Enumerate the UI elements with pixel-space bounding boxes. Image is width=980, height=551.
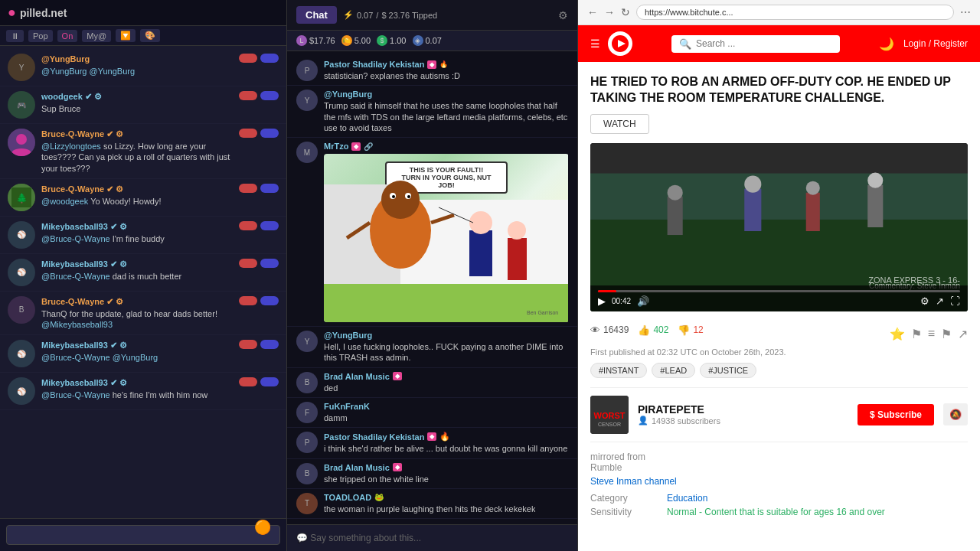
chat-text: @Bruce-Q-Wayne I'm fine buddy: [41, 233, 233, 244]
tag-instant[interactable]: #INSTANT: [590, 363, 647, 378]
category-label: Category: [590, 493, 667, 504]
steve-inman-link[interactable]: Steve Inman channel: [590, 476, 677, 487]
left-header: ● pilled.net: [0, 0, 286, 26]
dark-mode-toggle[interactable]: 🌙: [879, 37, 894, 51]
od-text: she tripped on the white line: [324, 474, 429, 484]
svg-rect-18: [508, 238, 527, 280]
chat-text: @Bruce-Q-Wayne he's fine I'm with him no…: [41, 390, 233, 400]
site-logo: ● pilled.net: [8, 5, 67, 21]
chat-tab[interactable]: Chat: [296, 6, 337, 24]
toggle-blue[interactable]: [260, 129, 279, 138]
settings-icon[interactable]: ⚙: [558, 9, 568, 21]
more-options-button[interactable]: ⋯: [960, 6, 971, 18]
list-item: M MrTzo ◆ 🔗 THIS IS YOUR FAULT!!TURN IN …: [287, 138, 577, 327]
avatar: Y: [8, 54, 35, 81]
avatar: ⚾: [8, 221, 35, 249]
login-register-button[interactable]: Login / Register: [903, 38, 968, 49]
list-button[interactable]: ≡: [928, 327, 935, 341]
on-button[interactable]: On: [57, 30, 78, 42]
reload-button[interactable]: ↻: [621, 6, 630, 18]
chat-input-area: 🟠: [0, 518, 286, 551]
toggle-red[interactable]: [239, 259, 257, 268]
my-button[interactable]: My@: [82, 30, 111, 42]
middle-header: Chat ⚡ 0.07 / $ 23.76 Tipped ⚙: [287, 0, 577, 31]
toggle-blue[interactable]: [260, 91, 279, 100]
say-something[interactable]: 💬 Say something about this...: [287, 524, 577, 551]
video-title: HE TRIED TO ROB AN ARMED OFF-DUTY COP. H…: [590, 74, 968, 106]
chat-text: @Lizzylongtoes so Lizzy. How long are yo…: [41, 141, 233, 174]
svg-point-9: [381, 181, 420, 219]
toggle-red[interactable]: [239, 184, 257, 193]
report-button[interactable]: ⚑: [941, 327, 952, 341]
star-button[interactable]: ⭐: [890, 327, 905, 341]
channel-row: WORST CENSOR PIRATEPETE 👤 14938 subscrib…: [590, 387, 968, 442]
toggle-red[interactable]: [239, 221, 257, 230]
od-username: @YungBurg: [324, 90, 568, 99]
svg-text:Ben Garrison: Ben Garrison: [527, 310, 558, 315]
fullscreen-button[interactable]: ⛶: [950, 295, 960, 307]
od-username: TOADLOAD 🐸: [324, 493, 535, 502]
volume-button[interactable]: 🔊: [637, 295, 649, 307]
sensitivity-value: Normal - Content that is suitable for ag…: [667, 507, 885, 517]
svg-point-30: [744, 175, 761, 192]
od-username: Pastor Shadilay Kekistan ◆ 🔥: [324, 432, 567, 442]
svg-rect-31: [806, 192, 820, 230]
od-text: ded: [324, 383, 402, 393]
toggle-red[interactable]: [239, 296, 257, 305]
chat-text: @YungBurg @YungBurg: [41, 66, 233, 77]
browser-bar: ← → ↻ ⋯: [578, 0, 980, 25]
toggle-blue[interactable]: [260, 259, 279, 268]
video-date: First published at 02:32 UTC on October …: [590, 347, 968, 357]
tag-lead[interactable]: #LEAD: [652, 363, 695, 378]
chat-text: ThanQ for the update, glad to hear dads …: [41, 308, 233, 331]
like-count[interactable]: 👍 402: [638, 324, 668, 336]
od-username: @YungBurg: [324, 331, 568, 340]
color-button[interactable]: 🎨: [140, 29, 160, 42]
tip-rate: 0.07: [357, 11, 373, 20]
channel-name: PIRATEPETE: [638, 403, 848, 416]
channel-avatar: WORST CENSOR: [590, 396, 629, 434]
flag-button[interactable]: ⚑: [911, 327, 922, 341]
progress-bar[interactable]: [598, 290, 960, 292]
dislike-count[interactable]: 👎 12: [678, 324, 703, 336]
left-chat-messages: Y @YungBurg @YungBurg @YungBurg 🎮 woodge…: [0, 46, 286, 518]
toggle-blue[interactable]: [260, 296, 279, 305]
svg-point-28: [668, 184, 683, 200]
emoji-button[interactable]: 🟠: [254, 519, 271, 536]
chat-input[interactable]: [6, 525, 280, 545]
forward-button[interactable]: →: [604, 6, 615, 18]
svg-point-13: [407, 195, 410, 198]
pause-button[interactable]: ⏸: [6, 30, 24, 42]
subscribe-button[interactable]: $ Subscribe: [858, 404, 934, 425]
toggle-red[interactable]: [239, 377, 257, 386]
toggle-blue[interactable]: [260, 54, 279, 63]
token-usd: ◈ 0.07: [413, 35, 442, 46]
notification-bell-button[interactable]: 🔕: [943, 403, 968, 425]
video-player[interactable]: ZONA EXPRESS 3 - 16- Commentary: Steve I…: [590, 143, 968, 311]
hamburger-menu[interactable]: ☰: [590, 37, 600, 50]
toggle-red[interactable]: [239, 91, 257, 100]
chat-username: @YungBurg: [41, 54, 90, 64]
play-pause-button[interactable]: ▶: [598, 295, 606, 307]
toggle-blue[interactable]: [260, 184, 279, 193]
share-button[interactable]: ↗: [936, 295, 944, 307]
share-video-button[interactable]: ↗: [958, 327, 968, 341]
search-input[interactable]: [696, 38, 818, 49]
tip-tokens-row: L $17.76 🍋 5.00 $ 1.00 ◈ 0.07: [287, 31, 577, 51]
url-bar[interactable]: [636, 5, 954, 20]
tag-justice[interactable]: #JUSTICE: [700, 363, 756, 378]
toggle-red[interactable]: [239, 54, 257, 63]
toggle-blue[interactable]: [260, 340, 279, 349]
toggle-red[interactable]: [239, 129, 257, 138]
settings-video-button[interactable]: ⚙: [920, 295, 929, 307]
channel-handle: 👤 14938 subscribers: [638, 416, 848, 425]
toggle-blue[interactable]: [260, 377, 279, 386]
toggle-red[interactable]: [239, 340, 257, 349]
category-value[interactable]: Education: [667, 493, 707, 504]
pop-button[interactable]: Pop: [28, 30, 53, 42]
watch-button[interactable]: WATCH: [590, 114, 649, 134]
toggle-blue[interactable]: [260, 221, 279, 230]
back-button[interactable]: ←: [587, 6, 598, 18]
list-item: B Brad Alan Music ◆ ded: [287, 368, 577, 398]
filter-button[interactable]: 🔽: [116, 29, 136, 42]
